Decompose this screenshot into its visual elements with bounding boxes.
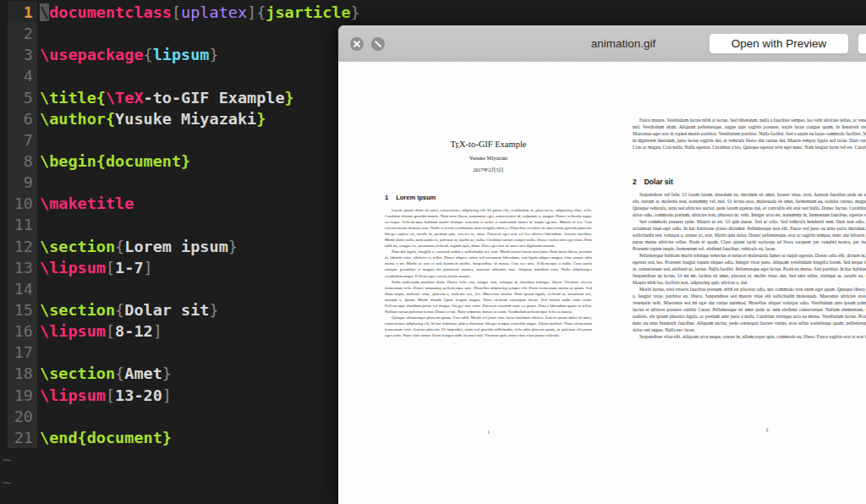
line-number: 9: [8, 172, 37, 193]
code-text: \author{Yusuke Miyazaki}: [37, 108, 266, 129]
line-number: 5: [8, 87, 37, 108]
vim-tilde: ~: [3, 449, 12, 472]
doc-paragraph: Fusce mauris. Vestibulum luctus nibh at …: [633, 117, 866, 151]
code-text: \lipsum[13-20]: [37, 385, 172, 406]
doc-paragraph: Lorem ipsum dolor sit amet, consectetuer…: [385, 207, 592, 249]
code-text: [37, 214, 40, 235]
doc-paragraph-clipped: Suspendisse vitae elit. Aliquam arcu neq…: [633, 333, 866, 340]
code-text: \usepackage{lipsum}: [37, 44, 219, 65]
quicklook-titlebar[interactable]: animation.gif Open with Preview: [338, 25, 866, 63]
open-with-preview-button[interactable]: Open with Preview: [709, 33, 849, 54]
doc-title: TEX-to-GIF Example: [385, 140, 592, 149]
line-number: 15: [8, 299, 37, 320]
editor-line[interactable]: 1\documentclass[uplatex]{jsarticle}: [0, 2, 866, 23]
code-text: \section{Dolar sit}: [37, 299, 219, 320]
code-text: [37, 406, 40, 427]
page1-body-text: Lorem ipsum dolor sit amet, consectetuer…: [385, 207, 592, 338]
line-number: 21: [8, 427, 37, 448]
partial-clipped-button[interactable]: [858, 33, 866, 54]
code-text: \title{\TeX-to-GIF Example}: [37, 87, 294, 108]
code-text: \begin{document}: [37, 151, 190, 172]
doc-paragraph: Morbi luctus, wisi viverra faucibus pret…: [633, 286, 866, 333]
line-number: 2: [8, 23, 37, 44]
line-number: 18: [8, 363, 37, 384]
code-text: \maketitle: [37, 193, 134, 214]
line-number: 6: [8, 108, 37, 129]
page2-body-text: Suspendisse vel felis. Ut lorem lorem, i…: [633, 191, 866, 340]
page2-number: 2: [633, 427, 866, 432]
line-number: 10: [8, 193, 37, 214]
code-text: \section{Amet}: [37, 363, 172, 384]
line-number: 19: [8, 385, 37, 406]
doc-paragraph: Nulla malesuada porttitor diam. Donec fe…: [385, 279, 592, 315]
code-text: [37, 172, 40, 193]
line-number: 20: [8, 406, 37, 427]
page2-body-text-top: Fusce mauris. Vestibulum luctus nibh at …: [633, 117, 866, 151]
quicklook-window: animation.gif Open with Preview TEX-to-G…: [338, 25, 866, 504]
vim-tilde: ~: [3, 472, 12, 495]
line-number: 8: [8, 151, 37, 172]
code-text: [37, 129, 40, 151]
line-number: 11: [8, 214, 37, 235]
doc-paragraph: Suspendisse vel felis. Ut lorem lorem, i…: [633, 191, 866, 218]
code-text: \documentclass[uplatex]{jsarticle}: [37, 2, 360, 23]
code-text: [37, 342, 40, 363]
gif-preview-content[interactable]: TEX-to-GIF Example Yusuke Miyazaki 2017年…: [338, 62, 866, 504]
doc-paragraph: Pellentesque habitant morbi tristique se…: [633, 252, 866, 286]
line-number: 13: [8, 257, 37, 278]
doc-paragraph: Quisque ullamcorper placerat ipsum. Cras…: [385, 315, 592, 338]
line-number: 14: [8, 278, 37, 299]
line-number: 17: [8, 342, 37, 363]
code-text: [37, 23, 40, 44]
code-text: [37, 278, 40, 299]
line-number: 7: [8, 129, 37, 151]
doc-date: 2017年2月5日: [385, 167, 592, 174]
screen: { "colors": { "keyword_pink": "#fa2b73",…: [0, 0, 866, 504]
code-text: \end{document}: [37, 427, 172, 448]
code-text: \lipsum[8-12]: [37, 320, 162, 342]
line-number: 1: [8, 2, 37, 23]
line-number: 16: [8, 320, 37, 342]
doc-paragraph: Sed commodo posuere pede. Mauris ut est.…: [633, 218, 866, 252]
vim-tilde: ~: [3, 494, 12, 504]
page1-number: 1: [385, 430, 592, 435]
section-heading-2: 2Dolar sit: [633, 178, 673, 186]
editor-empty-lines: ~~~: [3, 449, 12, 504]
line-number: 3: [8, 44, 37, 65]
code-text: [37, 65, 40, 86]
line-number: 12: [8, 236, 37, 257]
code-text: \section{Lorem ipsum}: [37, 236, 238, 257]
code-text: \lipsum[1-7]: [37, 257, 153, 278]
section-heading-1: 1Lorem ipsum: [385, 194, 436, 201]
doc-author: Yusuke Miyazaki: [385, 155, 592, 161]
line-number: 4: [8, 65, 37, 86]
doc-paragraph: Nam dui ligula, fringilla a, euismod sod…: [385, 249, 592, 278]
